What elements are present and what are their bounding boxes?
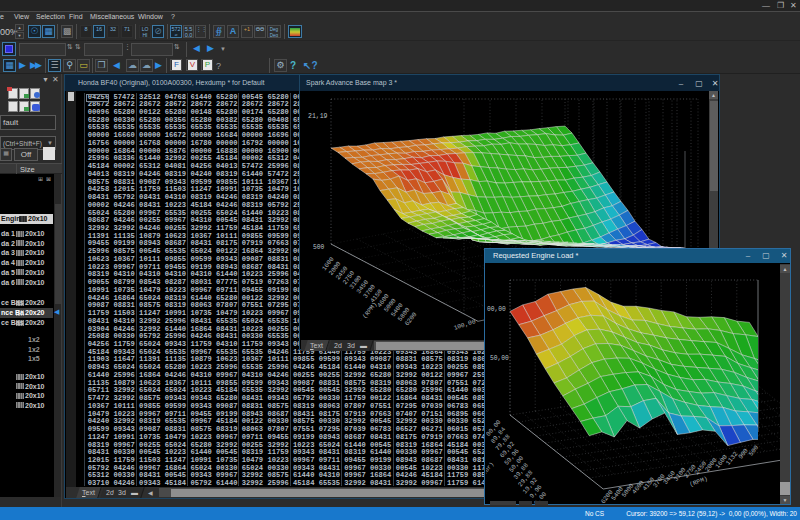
svg-text:00,00: 00,00 bbox=[487, 306, 506, 313]
svg-text:21,19: 21,19 bbox=[308, 113, 328, 120]
svg-text:500: 500 bbox=[313, 244, 325, 251]
svg-text:50,00: 50,00 bbox=[490, 355, 509, 362]
